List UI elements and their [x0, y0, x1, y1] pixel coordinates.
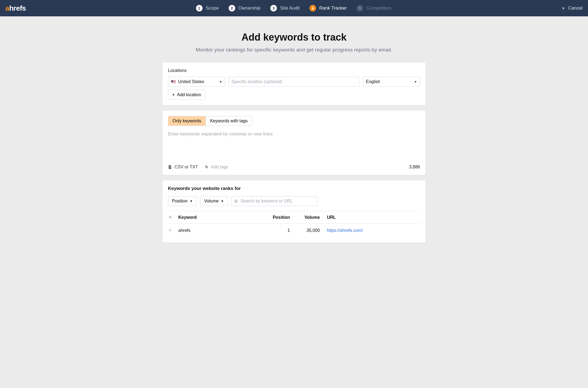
- step-number: 1: [196, 5, 203, 11]
- tab-keywords-with-tags[interactable]: Keywords with tags: [206, 116, 252, 126]
- ranks-table: + Keyword Position Volume URL + ahrefs 1…: [168, 211, 420, 237]
- step-label: Site Audit: [280, 5, 300, 11]
- cell-url-link[interactable]: https://ahrefs.com/: [327, 228, 363, 233]
- keywords-tabs: Only keywords Keywords with tags: [168, 116, 252, 126]
- add-tags-label: Add tags: [211, 165, 228, 169]
- caret-down-icon: ▼: [190, 199, 193, 203]
- keywords-textarea[interactable]: [168, 131, 420, 161]
- caret-down-icon: ▼: [221, 199, 224, 203]
- caret-down-icon: ▼: [219, 80, 222, 83]
- col-url: URL: [322, 211, 420, 224]
- keyword-search[interactable]: [231, 196, 317, 206]
- add-all-header[interactable]: +: [168, 211, 176, 224]
- volume-filter-label: Volume: [204, 199, 219, 204]
- step-label: Ownership: [238, 5, 261, 11]
- wizard-steps: 1 Scope 2 Ownership 3 Site Audit 4 Rank …: [196, 5, 391, 11]
- add-location-button[interactable]: + Add location: [168, 90, 205, 100]
- locations-label: Locations: [168, 68, 420, 73]
- caret-down-icon: ▼: [414, 80, 417, 83]
- page-title: Add keywords to track: [163, 32, 425, 43]
- tab-only-keywords[interactable]: Only keywords: [168, 116, 206, 126]
- page-subtitle: Monitor your rankings for specific keywo…: [163, 47, 425, 53]
- add-location-label: Add location: [177, 92, 201, 97]
- position-filter-label: Position: [172, 199, 188, 204]
- logo: ahrefs: [5, 4, 26, 13]
- cancel-label: Cancel: [568, 5, 583, 11]
- step-label: Rank Tracker: [319, 5, 347, 11]
- flag-icon: [171, 80, 176, 83]
- position-filter[interactable]: Position ▼: [168, 196, 197, 206]
- add-keyword-button[interactable]: +: [168, 228, 172, 233]
- svg-point-0: [235, 200, 237, 202]
- logo-accent: a: [5, 4, 9, 12]
- country-select[interactable]: United States ▼: [168, 77, 225, 87]
- upload-label: CSV or TXT: [174, 165, 198, 169]
- location-row: United States ▼ English ▼: [168, 77, 420, 87]
- keyword-search-input[interactable]: [241, 199, 314, 204]
- keywords-footer: CSV or TXT Add tags 3,886: [168, 165, 420, 169]
- step-scope[interactable]: 1 Scope: [196, 5, 219, 11]
- keywords-card: Only keywords Keywords with tags CSV or …: [163, 111, 425, 175]
- tag-icon: [204, 165, 209, 169]
- plus-icon: +: [172, 92, 175, 97]
- ranks-filters: Position ▼ Volume ▼: [168, 196, 420, 206]
- add-tags-button[interactable]: Add tags: [204, 165, 228, 169]
- plus-icon: +: [168, 214, 172, 220]
- locations-card: Locations United States ▼ English ▼ + Ad…: [163, 63, 425, 105]
- step-rank-tracker[interactable]: 4 Rank Tracker: [310, 5, 347, 11]
- ranks-title: Keywords your website ranks for: [168, 186, 420, 191]
- step-number: 4: [310, 5, 316, 11]
- step-number: 2: [229, 5, 235, 11]
- cell-position: 1: [262, 224, 292, 237]
- language-select[interactable]: English ▼: [363, 77, 420, 87]
- search-icon: [234, 199, 238, 203]
- ranks-card: Keywords your website ranks for Position…: [163, 180, 425, 242]
- cancel-button[interactable]: Cancel: [561, 5, 583, 11]
- specific-location-input[interactable]: [228, 77, 360, 87]
- step-ownership[interactable]: 2 Ownership: [229, 5, 261, 11]
- step-number: 3: [270, 5, 277, 11]
- step-label: Scope: [206, 5, 219, 11]
- step-label: Competitors: [366, 5, 391, 11]
- volume-filter[interactable]: Volume ▼: [200, 196, 228, 206]
- col-volume: Volume: [292, 211, 322, 224]
- step-competitors: 5 Competitors: [357, 5, 391, 11]
- upload-file-button[interactable]: CSV or TXT: [168, 165, 198, 169]
- logo-rest: hrefs: [9, 4, 26, 12]
- upload-icon: [168, 165, 172, 169]
- cell-keyword: ahrefs: [176, 224, 262, 237]
- keywords-remaining: 3,886: [409, 165, 420, 169]
- language-selected: English: [366, 79, 380, 84]
- step-site-audit[interactable]: 3 Site Audit: [270, 5, 300, 11]
- close-icon: [561, 6, 565, 10]
- cell-volume: 35,000: [292, 224, 322, 237]
- page-content: Add keywords to track Monitor your ranki…: [163, 16, 425, 253]
- table-row: + ahrefs 1 35,000 https://ahrefs.com/: [168, 224, 420, 237]
- country-selected: United States: [178, 79, 204, 84]
- step-number: 5: [357, 5, 363, 11]
- top-nav: ahrefs 1 Scope 2 Ownership 3 Site Audit …: [0, 0, 588, 16]
- col-keyword: Keyword: [176, 211, 262, 224]
- col-position: Position: [262, 211, 292, 224]
